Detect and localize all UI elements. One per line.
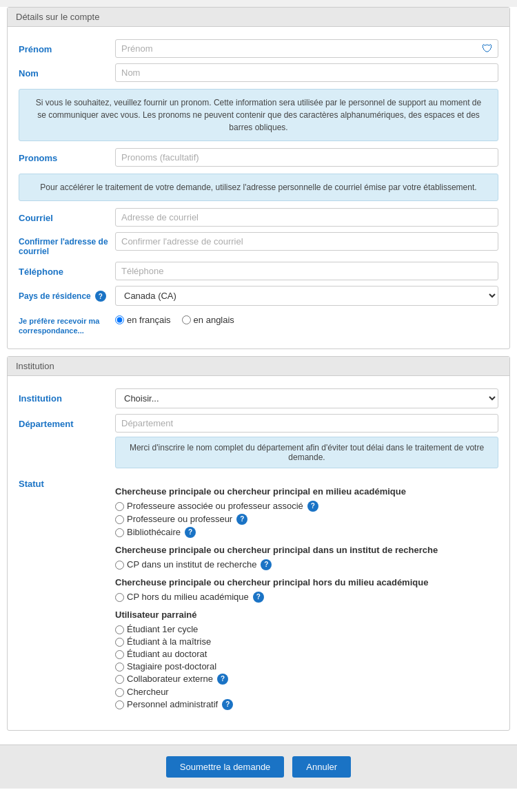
statut-group-1-title: Chercheuse principale ou chercheur princ… [115, 486, 498, 497]
prenom-wrap: 🛡 [115, 39, 498, 58]
statut-bibliothecaire-help-icon[interactable]: ? [185, 527, 196, 538]
prenom-label: Prénom [19, 39, 115, 54]
statut-cp-institut-help-icon[interactable]: ? [261, 559, 272, 570]
statut-item-etudiant-1er: Étudiant 1er cycle [115, 624, 498, 634]
correspondance-anglais[interactable]: en anglais [182, 315, 234, 325]
statut-collaborateur-help-icon[interactable]: ? [217, 674, 228, 685]
statut-item-personnel-admin: Personnel administratif ? [115, 699, 498, 710]
statut-etudiant-1er-radio[interactable] [115, 625, 124, 634]
telephone-label: Téléphone [19, 262, 115, 277]
correspondance-radio-group: en français en anglais [115, 311, 498, 325]
statut-item-prof: Professeure ou professeur ? [115, 514, 498, 525]
pronoms-label: Pronoms [19, 148, 115, 163]
confirmer-courriel-label: Confirmer l'adresse de courriel [19, 232, 115, 256]
statut-etudiant-maitrise-radio[interactable] [115, 638, 124, 647]
institution-section-header: Institution [8, 357, 509, 376]
departement-info-box: Merci d'inscrire le nom complet du dépar… [115, 437, 498, 468]
statut-item-collaborateur: Collaborateur externe ? [115, 674, 498, 685]
statut-bibliothecaire-radio[interactable] [115, 528, 124, 537]
prenom-row: Prénom 🛡 [19, 39, 498, 58]
correspondance-row: Je préfère recevoir ma correspondance...… [19, 311, 498, 336]
courriel-info-box: Pour accélérer le traitement de votre de… [19, 174, 498, 201]
courriel-wrap [115, 208, 498, 227]
statut-label: Statut [19, 474, 115, 489]
statut-cp-hors-help-icon[interactable]: ? [253, 592, 264, 603]
statut-item-etudiant-doctorat: Étudiant au doctorat [115, 649, 498, 659]
pronoms-wrap [115, 148, 498, 167]
pays-residence-wrap: Canada (CA) États-Unis (US) France (FR) … [115, 286, 498, 306]
statut-prof-radio[interactable] [115, 515, 124, 524]
courriel-label: Courriel [19, 208, 115, 223]
statut-stagiaire-radio[interactable] [115, 663, 124, 672]
pays-residence-label: Pays de résidence ? [19, 286, 115, 302]
shield-icon: 🛡 [482, 43, 493, 55]
statut-group-3-title: Chercheuse principale ou chercheur princ… [115, 577, 498, 587]
institution-section-body: Institution Choisir... Département Merci… [8, 376, 509, 730]
departement-label: Département [19, 414, 115, 429]
nom-wrap [115, 63, 498, 82]
statut-prof-associe-help-icon[interactable]: ? [307, 501, 318, 512]
statut-cp-institut-radio[interactable] [115, 561, 124, 570]
nom-input[interactable] [115, 63, 498, 82]
statut-item-cp-hors: CP hors du milieu académique ? [115, 592, 498, 603]
institution-wrap: Choisir... [115, 388, 498, 408]
submit-button[interactable]: Soumettre la demande [166, 756, 285, 778]
statut-chercheur-radio[interactable] [115, 688, 124, 697]
correspondance-anglais-radio[interactable] [182, 315, 191, 324]
compte-section: Détails sur le compte Prénom 🛡 Nom [7, 7, 510, 349]
statut-group-4-title: Utilisateur parrainé [115, 610, 498, 620]
courriel-row: Courriel [19, 208, 498, 227]
statut-collaborateur-radio[interactable] [115, 675, 124, 684]
nom-label: Nom [19, 63, 115, 79]
confirmer-courriel-row: Confirmer l'adresse de courriel [19, 232, 498, 256]
correspondance-francais[interactable]: en français [115, 315, 171, 325]
compte-section-body: Prénom 🛡 Nom Si vous le souhaitez, veuil… [8, 27, 509, 348]
telephone-row: Téléphone [19, 262, 498, 280]
telephone-input[interactable] [115, 262, 498, 280]
compte-section-header: Détails sur le compte [8, 8, 509, 27]
institution-section: Institution Institution Choisir... Dépar… [7, 356, 510, 731]
confirmer-courriel-wrap [115, 232, 498, 251]
prenom-input[interactable] [115, 39, 498, 58]
departement-input[interactable] [115, 414, 498, 433]
telephone-wrap [115, 262, 498, 280]
statut-wrap: Chercheuse principale ou chercheur princ… [115, 474, 498, 718]
pays-residence-row: Pays de résidence ? Canada (CA) États-Un… [19, 286, 498, 306]
statut-row: Statut Chercheuse principale ou chercheu… [19, 474, 498, 718]
courriel-input[interactable] [115, 208, 498, 227]
departement-row: Département Merci d'inscrire le nom comp… [19, 414, 498, 468]
statut-item-prof-associe: Professeure associée ou professeur assoc… [115, 501, 498, 512]
correspondance-wrap: en français en anglais [115, 311, 498, 325]
statut-item-etudiant-maitrise: Étudiant à la maîtrise [115, 636, 498, 647]
page-wrapper: Détails sur le compte Prénom 🛡 Nom [0, 7, 517, 812]
statut-item-bibliothecaire: Bibliothécaire ? [115, 527, 498, 538]
statut-item-chercheur: Chercheur [115, 687, 498, 697]
statut-etudiant-doctorat-radio[interactable] [115, 650, 124, 659]
pays-residence-select[interactable]: Canada (CA) États-Unis (US) France (FR) … [115, 286, 498, 306]
correspondance-francais-radio[interactable] [115, 315, 124, 324]
institution-label: Institution [19, 388, 115, 404]
statut-cp-hors-radio[interactable] [115, 593, 124, 602]
statut-prof-help-icon[interactable]: ? [236, 514, 247, 525]
statut-group-2-title: Chercheuse principale ou chercheur princ… [115, 545, 498, 555]
statut-personnel-admin-radio[interactable] [115, 700, 124, 709]
institution-select[interactable]: Choisir... [115, 388, 498, 408]
cancel-button[interactable]: Annuler [292, 756, 351, 778]
statut-item-stagiaire: Stagiaire post-doctoral [115, 661, 498, 672]
pays-help-icon[interactable]: ? [95, 291, 106, 302]
nom-row: Nom [19, 63, 498, 82]
correspondance-label: Je préfère recevoir ma correspondance... [19, 311, 115, 336]
departement-wrap: Merci d'inscrire le nom complet du dépar… [115, 414, 498, 468]
institution-row: Institution Choisir... [19, 388, 498, 408]
bottom-bar: Soumettre la demande Annuler [0, 745, 517, 789]
statut-item-cp-institut: CP dans un institut de recherche ? [115, 559, 498, 570]
confirmer-courriel-input[interactable] [115, 232, 498, 251]
pronoms-row: Pronoms [19, 148, 498, 167]
pronoms-info-box: Si vous le souhaitez, veuillez fournir u… [19, 89, 498, 141]
statut-prof-associe-radio[interactable] [115, 502, 124, 511]
pronoms-input[interactable] [115, 148, 498, 167]
statut-personnel-admin-help-icon[interactable]: ? [222, 699, 233, 710]
